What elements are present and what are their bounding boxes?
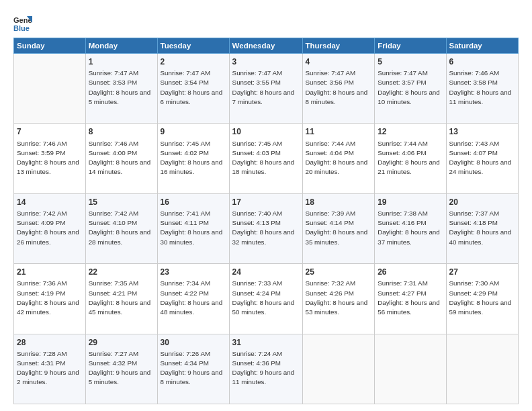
day-number: 17: [232, 197, 300, 208]
cell-info: Sunrise: 7:35 AMSunset: 4:21 PMDaylight:…: [89, 279, 151, 316]
cell-info: Sunrise: 7:40 AMSunset: 4:13 PMDaylight:…: [232, 210, 295, 246]
calendar-cell: [446, 334, 519, 404]
calendar-cell: 30Sunrise: 7:26 AMSunset: 4:34 PMDayligh…: [157, 334, 229, 404]
calendar-cell: 13Sunrise: 7:43 AMSunset: 4:07 PMDayligh…: [446, 124, 519, 193]
calendar-week-row: 14Sunrise: 7:42 AMSunset: 4:09 PMDayligh…: [14, 193, 519, 263]
calendar-cell: 1Sunrise: 7:47 AMSunset: 3:53 PMDaylight…: [85, 54, 157, 124]
cell-info: Sunrise: 7:45 AMSunset: 4:02 PMDaylight:…: [161, 140, 223, 176]
column-header-thursday: Thursday: [302, 38, 375, 54]
column-header-tuesday: Tuesday: [157, 38, 229, 54]
cell-info: Sunrise: 7:39 AMSunset: 4:14 PMDaylight:…: [306, 210, 368, 246]
day-number: 29: [89, 337, 154, 348]
cell-info: Sunrise: 7:46 AMSunset: 3:59 PMDaylight:…: [17, 140, 79, 176]
day-number: 26: [378, 267, 443, 277]
calendar-cell: 5Sunrise: 7:47 AMSunset: 3:57 PMDaylight…: [375, 54, 446, 124]
calendar-cell: 7Sunrise: 7:46 AMSunset: 3:59 PMDaylight…: [14, 124, 86, 193]
cell-info: Sunrise: 7:33 AMSunset: 4:24 PMDaylight:…: [232, 279, 295, 316]
cell-info: Sunrise: 7:47 AMSunset: 3:54 PMDaylight:…: [161, 69, 223, 105]
cell-info: Sunrise: 7:31 AMSunset: 4:27 PMDaylight:…: [378, 279, 440, 316]
calendar-cell: 21Sunrise: 7:36 AMSunset: 4:19 PMDayligh…: [14, 264, 86, 334]
calendar-week-row: 28Sunrise: 7:28 AMSunset: 4:31 PMDayligh…: [14, 334, 519, 404]
cell-info: Sunrise: 7:37 AMSunset: 4:18 PMDaylight:…: [449, 210, 512, 246]
day-number: 27: [449, 267, 516, 277]
cell-info: Sunrise: 7:34 AMSunset: 4:22 PMDaylight:…: [161, 279, 223, 316]
day-number: 15: [89, 197, 154, 208]
day-number: 19: [378, 197, 443, 208]
day-number: 12: [378, 126, 443, 137]
calendar-cell: 15Sunrise: 7:42 AMSunset: 4:10 PMDayligh…: [85, 193, 157, 263]
day-number: 10: [232, 126, 300, 137]
day-number: 30: [161, 337, 226, 348]
day-number: 5: [378, 56, 443, 67]
calendar-cell: 12Sunrise: 7:44 AMSunset: 4:06 PMDayligh…: [375, 124, 446, 193]
calendar-cell: 17Sunrise: 7:40 AMSunset: 4:13 PMDayligh…: [229, 193, 302, 263]
calendar-cell: 3Sunrise: 7:47 AMSunset: 3:55 PMDaylight…: [229, 54, 302, 124]
calendar-cell: 26Sunrise: 7:31 AMSunset: 4:27 PMDayligh…: [375, 264, 446, 334]
cell-info: Sunrise: 7:47 AMSunset: 3:56 PMDaylight:…: [306, 69, 368, 105]
calendar-table: SundayMondayTuesdayWednesdayThursdayFrid…: [13, 38, 519, 404]
column-header-saturday: Saturday: [446, 38, 519, 54]
day-number: 22: [89, 267, 154, 277]
calendar-cell: 19Sunrise: 7:38 AMSunset: 4:16 PMDayligh…: [375, 193, 446, 263]
calendar-cell: 23Sunrise: 7:34 AMSunset: 4:22 PMDayligh…: [157, 264, 229, 334]
calendar-cell: 20Sunrise: 7:37 AMSunset: 4:18 PMDayligh…: [446, 193, 519, 263]
calendar-cell: 28Sunrise: 7:28 AMSunset: 4:31 PMDayligh…: [14, 334, 86, 404]
cell-info: Sunrise: 7:47 AMSunset: 3:57 PMDaylight:…: [378, 69, 440, 105]
calendar-week-row: 21Sunrise: 7:36 AMSunset: 4:19 PMDayligh…: [14, 264, 519, 334]
day-number: 11: [306, 126, 372, 137]
day-number: 31: [232, 337, 300, 348]
calendar-cell: [375, 334, 446, 404]
header: General Blue: [13, 11, 519, 32]
calendar-cell: 31Sunrise: 7:24 AMSunset: 4:36 PMDayligh…: [229, 334, 302, 404]
calendar-cell: 10Sunrise: 7:45 AMSunset: 4:03 PMDayligh…: [229, 124, 302, 193]
day-number: 1: [89, 56, 154, 67]
calendar-cell: 11Sunrise: 7:44 AMSunset: 4:04 PMDayligh…: [302, 124, 375, 193]
day-number: 2: [161, 56, 226, 67]
day-number: 16: [161, 197, 226, 208]
cell-info: Sunrise: 7:42 AMSunset: 4:09 PMDaylight:…: [17, 210, 79, 246]
cell-info: Sunrise: 7:47 AMSunset: 3:55 PMDaylight:…: [232, 69, 295, 105]
day-number: 9: [161, 126, 226, 137]
cell-info: Sunrise: 7:45 AMSunset: 4:03 PMDaylight:…: [232, 140, 295, 176]
day-number: 6: [449, 56, 516, 67]
calendar-cell: 22Sunrise: 7:35 AMSunset: 4:21 PMDayligh…: [85, 264, 157, 334]
cell-info: Sunrise: 7:46 AMSunset: 3:58 PMDaylight:…: [449, 69, 512, 105]
cell-info: Sunrise: 7:26 AMSunset: 4:34 PMDaylight:…: [161, 350, 223, 386]
day-number: 13: [449, 126, 516, 137]
cell-info: Sunrise: 7:27 AMSunset: 4:32 PMDaylight:…: [89, 350, 151, 386]
cell-info: Sunrise: 7:42 AMSunset: 4:10 PMDaylight:…: [89, 210, 151, 246]
calendar-cell: 2Sunrise: 7:47 AMSunset: 3:54 PMDaylight…: [157, 54, 229, 124]
calendar-week-row: 7Sunrise: 7:46 AMSunset: 3:59 PMDaylight…: [14, 124, 519, 193]
day-number: 4: [306, 56, 372, 67]
day-number: 25: [306, 267, 372, 277]
calendar-cell: 25Sunrise: 7:32 AMSunset: 4:26 PMDayligh…: [302, 264, 375, 334]
logo: General Blue: [13, 13, 35, 32]
cell-info: Sunrise: 7:24 AMSunset: 4:36 PMDaylight:…: [232, 350, 295, 386]
day-number: 14: [17, 197, 83, 208]
svg-text:Blue: Blue: [13, 24, 30, 32]
calendar-week-row: 1Sunrise: 7:47 AMSunset: 3:53 PMDaylight…: [14, 54, 519, 124]
cell-info: Sunrise: 7:47 AMSunset: 3:53 PMDaylight:…: [89, 69, 151, 105]
cell-info: Sunrise: 7:46 AMSunset: 4:00 PMDaylight:…: [89, 140, 151, 176]
column-header-friday: Friday: [375, 38, 446, 54]
cell-info: Sunrise: 7:38 AMSunset: 4:16 PMDaylight:…: [378, 210, 440, 246]
calendar-cell: 9Sunrise: 7:45 AMSunset: 4:02 PMDaylight…: [157, 124, 229, 193]
cell-info: Sunrise: 7:44 AMSunset: 4:06 PMDaylight:…: [378, 140, 440, 176]
calendar-cell: 29Sunrise: 7:27 AMSunset: 4:32 PMDayligh…: [85, 334, 157, 404]
day-number: 28: [17, 337, 83, 348]
calendar-cell: 18Sunrise: 7:39 AMSunset: 4:14 PMDayligh…: [302, 193, 375, 263]
logo-icon: General Blue: [13, 13, 32, 32]
calendar-cell: [14, 54, 86, 124]
day-number: 8: [89, 126, 154, 137]
page: General Blue SundayMondayTuesdayWednesda…: [0, 0, 532, 411]
cell-info: Sunrise: 7:28 AMSunset: 4:31 PMDaylight:…: [17, 350, 79, 386]
calendar-cell: 16Sunrise: 7:41 AMSunset: 4:11 PMDayligh…: [157, 193, 229, 263]
calendar-cell: 14Sunrise: 7:42 AMSunset: 4:09 PMDayligh…: [14, 193, 86, 263]
calendar-header-row: SundayMondayTuesdayWednesdayThursdayFrid…: [14, 38, 519, 54]
cell-info: Sunrise: 7:30 AMSunset: 4:29 PMDaylight:…: [449, 279, 512, 316]
cell-info: Sunrise: 7:41 AMSunset: 4:11 PMDaylight:…: [161, 210, 223, 246]
day-number: 7: [17, 126, 83, 137]
cell-info: Sunrise: 7:32 AMSunset: 4:26 PMDaylight:…: [306, 279, 368, 316]
calendar-cell: 24Sunrise: 7:33 AMSunset: 4:24 PMDayligh…: [229, 264, 302, 334]
cell-info: Sunrise: 7:44 AMSunset: 4:04 PMDaylight:…: [306, 140, 368, 176]
